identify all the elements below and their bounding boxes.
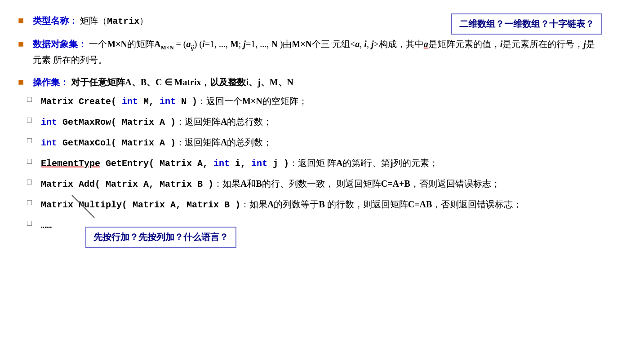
svg-line-0 <box>72 195 94 218</box>
op-getmaxcol: □ int GetMaxCol( Matrix A )：返回矩阵A的总列数； <box>27 135 602 150</box>
section-data-set: ■ 数据对象集： 一个M×N的矩阵AM×N = (aij) (i=1, ...,… <box>18 37 602 67</box>
bullet-2: ■ <box>18 38 24 50</box>
label-data-set: 数据对象集： <box>33 39 87 49</box>
op4-text: ElementType GetEntry( Matrix A, int i, i… <box>41 156 602 171</box>
op-add: □ Matrix Add( Matrix A, Matrix B )：如果A和B… <box>27 176 602 192</box>
sub-bullet-5: □ <box>27 177 32 187</box>
callout-bottom-box: 先按行加？先按列加？什么语言？ <box>85 227 236 248</box>
label-type-name: 类型名称： <box>33 16 78 26</box>
op-ellipsis: □ …… 先按行加？先按列加？什么语言？ <box>27 218 602 233</box>
arrow-svg <box>36 195 126 222</box>
sub-bullet-1: □ <box>27 95 32 104</box>
op-getentry: □ ElementType GetEntry( Matrix A, int i,… <box>27 156 602 171</box>
section-ops: ■ 操作集： 对于任意矩阵A、B、C ∈ Matrix，以及整数i、j、M、N <box>18 75 602 89</box>
sub-bullet-4: □ <box>27 157 32 166</box>
callout-top-text: 二维数组？一维数组？十字链表？ <box>459 19 594 29</box>
op5-text: Matrix Add( Matrix A, Matrix B )：如果A和B的行… <box>41 176 602 192</box>
type-name-value: 矩阵（Matrix） <box>80 16 148 26</box>
operations-list: □ Matrix Create( int M, int N )：返回一个M×N的… <box>27 94 602 233</box>
sub-bullet-2: □ <box>27 115 32 125</box>
label-ops: 操作集： <box>33 77 69 87</box>
ops-intro: 对于任意矩阵A、B、C ∈ Matrix，以及整数i、j、M、N <box>71 77 293 87</box>
data-set-body: 一个M×N的矩阵AM×N = (aij) (i=1, ..., M; j=1, … <box>33 39 595 65</box>
op1-text: Matrix Create( int M, int N )：返回一个M×N的空矩… <box>41 94 602 109</box>
op3-text: int GetMaxCol( Matrix A )：返回矩阵A的总列数； <box>41 135 602 150</box>
callout-bottom-text: 先按行加？先按列加？什么语言？ <box>93 232 228 242</box>
sub-bullet-6: □ <box>27 198 32 207</box>
op2-text: int GetMaxRow( Matrix A )：返回矩阵A的总行数； <box>41 114 602 130</box>
section2-text: 数据对象集： 一个M×N的矩阵AM×N = (aij) (i=1, ..., M… <box>33 37 602 67</box>
op-getmaxrow: □ int GetMaxRow( Matrix A )：返回矩阵A的总行数； <box>27 114 602 130</box>
section3-text: 操作集： 对于任意矩阵A、B、C ∈ Matrix，以及整数i、j、M、N <box>33 75 602 89</box>
callout-bottom-area: 先按行加？先按列加？什么语言？ <box>72 213 223 234</box>
sub-bullet-7: □ <box>27 219 32 228</box>
sub-bullet-3: □ <box>27 136 32 145</box>
bullet-3: ■ <box>18 76 24 88</box>
callout-top-box: 二维数组？一维数组？十字链表？ <box>451 13 602 35</box>
op-create: □ Matrix Create( int M, int N )：返回一个M×N的… <box>27 94 602 109</box>
bullet-1: ■ <box>18 15 24 26</box>
main-content: 二维数组？一维数组？十字链表？ ■ 类型名称： 矩阵（Matrix） ■ 数据对… <box>18 13 602 233</box>
